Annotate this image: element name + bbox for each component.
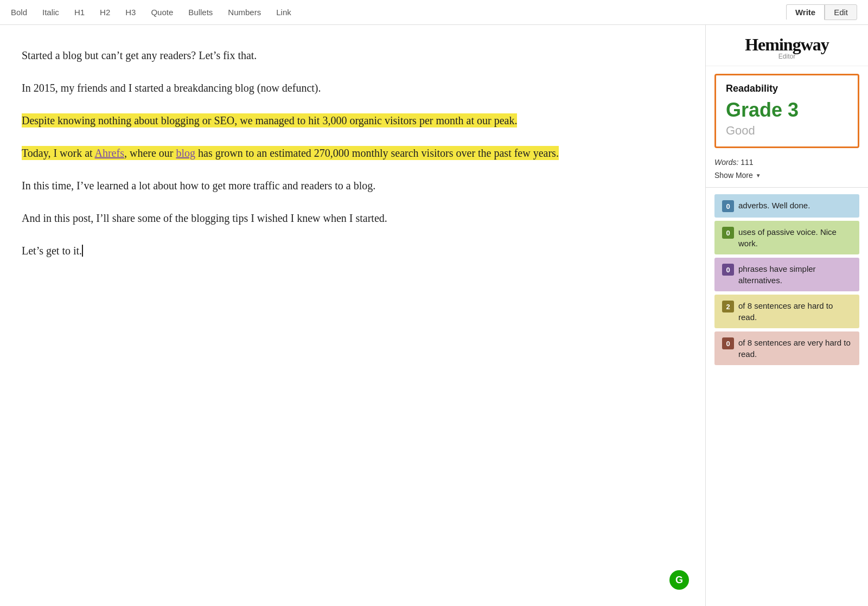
toolbar-numbers[interactable]: Numbers xyxy=(228,8,261,17)
mode-switcher: Write Edit xyxy=(786,4,857,20)
toolbar-h1[interactable]: H1 xyxy=(74,8,85,17)
chevron-down-icon: ▼ xyxy=(756,173,761,178)
paragraph-4-before: Today, I work at xyxy=(22,147,95,159)
paragraph-5-text: In this time, I’ve learned a lot about h… xyxy=(22,180,375,192)
edit-mode-button[interactable]: Edit xyxy=(825,4,857,20)
stat-card-very-hard-read: 0of 8 sentences are very hard to read. xyxy=(714,331,859,365)
grade-description: Good xyxy=(726,124,848,138)
words-label: Words: xyxy=(714,158,738,167)
toolbar-quote[interactable]: Quote xyxy=(151,8,173,17)
paragraph-4: Today, I work at Ahrefs, where our blog … xyxy=(22,144,673,162)
toolbar: Bold Italic H1 H2 H3 Quote Bullets Numbe… xyxy=(0,0,868,25)
readability-box: Readability Grade 3 Good xyxy=(714,74,859,148)
show-more-label: Show More xyxy=(714,171,753,180)
stat-card-simpler: 0phrases have simpler alternatives. xyxy=(714,258,859,291)
paragraph-4-text: Today, I work at Ahrefs, where our blog … xyxy=(22,146,559,160)
paragraph-1-text: Started a blog but can’t get any readers… xyxy=(22,49,257,61)
paragraph-2-text: In 2015, my friends and I started a brea… xyxy=(22,82,321,94)
paragraph-7-text: Let’s get to it. xyxy=(22,245,82,257)
stat-text-simpler: phrases have simpler alternatives. xyxy=(738,263,852,286)
stat-card-hard-read: 2of 8 sentences are hard to read. xyxy=(714,295,859,328)
stat-text-hard-read: of 8 sentences are hard to read. xyxy=(738,300,852,323)
words-value: 111 xyxy=(741,158,753,167)
toolbar-h2[interactable]: H2 xyxy=(100,8,110,17)
words-count: Words: 111 xyxy=(706,154,868,169)
paragraph-4-middle: , where our xyxy=(124,147,176,159)
paragraph-7: Let’s get to it. xyxy=(22,242,673,259)
stat-badge-simpler: 0 xyxy=(722,264,734,276)
paragraph-2: In 2015, my friends and I started a brea… xyxy=(22,79,673,97)
stat-badge-hard-read: 2 xyxy=(722,301,734,312)
editor-pane[interactable]: Started a blog but can’t get any readers… xyxy=(0,25,705,606)
toolbar-italic[interactable]: Italic xyxy=(42,8,59,17)
stat-text-passive: uses of passive voice. Nice work. xyxy=(738,226,852,249)
toolbar-h3[interactable]: H3 xyxy=(125,8,136,17)
paragraph-3: Despite knowing nothing about blogging o… xyxy=(22,112,673,129)
stat-card-adverbs: 0adverbs. Well done. xyxy=(714,194,859,218)
toolbar-bullets[interactable]: Bullets xyxy=(188,8,213,17)
stat-text-very-hard-read: of 8 sentences are very hard to read. xyxy=(738,337,852,360)
write-mode-button[interactable]: Write xyxy=(786,4,825,20)
main-container: Started a blog but can’t get any readers… xyxy=(0,25,868,606)
ahrefs-link[interactable]: Ahrefs xyxy=(95,147,124,159)
paragraph-5: In this time, I’ve learned a lot about h… xyxy=(22,177,673,194)
paragraph-3-highlighted: Despite knowing nothing about blogging o… xyxy=(22,113,517,127)
grammarly-button[interactable]: G xyxy=(669,570,689,590)
stat-card-passive: 0uses of passive voice. Nice work. xyxy=(714,221,859,254)
app-header: Hemingway Editor xyxy=(706,25,868,66)
stat-text-adverbs: adverbs. Well done. xyxy=(738,200,852,211)
grade-value: Grade 3 xyxy=(726,99,848,122)
stat-badge-passive: 0 xyxy=(722,227,734,239)
show-more-button[interactable]: Show More ▼ xyxy=(706,169,868,185)
paragraph-4-after: has grown to an estimated 270,000 monthl… xyxy=(195,147,559,159)
readability-label: Readability xyxy=(726,83,848,94)
stat-cards-container: 0adverbs. Well done.0uses of passive voi… xyxy=(706,194,868,365)
paragraph-6-text: And in this post, I’ll share some of the… xyxy=(22,212,387,224)
stat-badge-adverbs: 0 xyxy=(722,200,734,212)
stat-badge-very-hard-read: 0 xyxy=(722,337,734,349)
app-subtitle: Editor xyxy=(717,53,857,60)
text-cursor xyxy=(82,245,83,257)
paragraph-6: And in this post, I’ll share some of the… xyxy=(22,209,673,227)
app-title: Hemingway xyxy=(717,35,857,55)
paragraph-1: Started a blog but can’t get any readers… xyxy=(22,47,673,64)
sidebar-divider xyxy=(706,187,868,188)
toolbar-bold[interactable]: Bold xyxy=(11,8,27,17)
toolbar-link[interactable]: Link xyxy=(276,8,291,17)
sidebar: Hemingway Editor Readability Grade 3 Goo… xyxy=(705,25,868,606)
blog-link[interactable]: blog xyxy=(176,147,195,159)
